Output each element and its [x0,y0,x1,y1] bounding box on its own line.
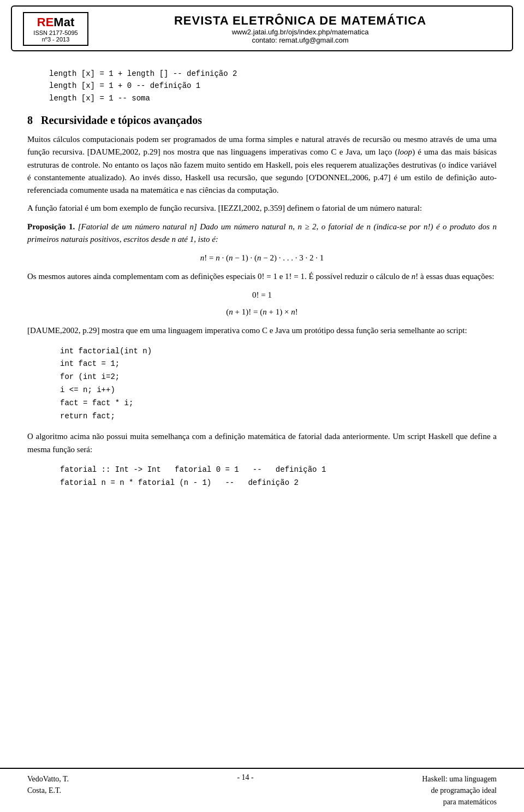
section-title: Recursividade e tópicos avançados [41,114,202,126]
proposition-text: [Fatorial de um número natural n] Dado u… [27,222,497,244]
code-haskell-factorial: fatorial :: Int -> Int fatorial 0 = 1 --… [60,464,497,490]
header-text: REVISTA ELETRÔNICA DE MATEMÁTICA www2.ja… [99,14,501,44]
c-code-line-5: fact = fact * i; [60,397,497,410]
logo-re: RE [37,15,54,29]
paragraph-2: A função fatorial é um bom exemplo de fu… [27,202,497,215]
c-code-line-4: i <= n; i++) [60,384,497,397]
page-footer: VedoVatto, T. Costa, E.T. - 14 - Haskell… [0,768,524,812]
proposition-label: Proposição 1. [27,222,75,231]
logo-name: REMat [28,15,83,29]
footer-journal-1: Haskell: uma linguagem [422,773,497,785]
journal-title: REVISTA ELETRÔNICA DE MATEMÁTICA [99,14,501,28]
section-number: 8 [27,114,33,126]
c-code-line-6: return fact; [60,410,497,423]
paragraph-3: Os mesmos autores ainda complementam com… [27,270,497,283]
journal-contact: contato: remat.ufg@gmail.com [99,36,501,44]
section-heading: 8 Recursividade e tópicos avançados [27,114,497,127]
footer-author-1: VedoVatto, T. [27,773,69,785]
main-content: length [x] = 1 + length [] -- definição … [0,51,524,541]
code-line-1: length [x] = 1 + length [] -- definição … [49,68,497,80]
math-factorial: n! = n · (n − 1) · (n − 2) · . . . · 3 ·… [27,253,497,263]
logo-issn: ISSN 2177-5095 [28,29,83,36]
paragraph-5: O algoritmo acima não possui muita semel… [27,430,497,456]
journal-logo: REMat ISSN 2177-5095 nº3 - 2013 [23,12,88,46]
footer-right: Haskell: uma linguagem de programação id… [422,773,497,808]
haskell-line-2: fatorial n = n * fatorial (n - 1) -- def… [60,477,497,490]
c-code-line-1: int factorial(int n) [60,345,497,358]
code-line-2: length [x] = 1 + 0 -- definição 1 [49,80,497,92]
c-code-line-2: int fact = 1; [60,358,497,371]
logo-mat: Mat [53,15,74,29]
footer-page-number: - 14 - [237,773,253,782]
paragraph-1: Muitos cálculos computacionais podem ser… [27,133,497,197]
page-header: REMat ISSN 2177-5095 nº3 - 2013 REVISTA … [11,5,513,51]
footer-journal-2: de programação ideal [422,785,497,796]
footer-author-2: Costa, E.T. [27,785,69,796]
proposition: Proposição 1. [Fatorial de um número nat… [27,221,497,246]
c-code-line-3: for (int i=2; [60,371,497,384]
journal-url: www2.jatai.ufg.br/ojs/index.php/matemati… [99,28,501,36]
haskell-line-1: fatorial :: Int -> Int fatorial 0 = 1 --… [60,464,497,477]
code-line-3: length [x] = 1 -- soma [49,92,497,104]
math-zero-factorial: 0! = 1 [27,291,497,300]
logo-num: nº3 - 2013 [28,36,83,43]
paragraph-4: [DAUME,2002, p.29] mostra que em uma lin… [27,324,497,337]
code-c-factorial: int factorial(int n) int fact = 1; for (… [60,345,497,423]
footer-journal-3: para matemáticos [422,796,497,808]
footer-left: VedoVatto, T. Costa, E.T. [27,773,69,796]
math-n-plus-one-factorial: (n + 1)! = (n + 1) × n! [27,307,497,317]
code-block-top: length [x] = 1 + length [] -- definição … [49,68,497,104]
